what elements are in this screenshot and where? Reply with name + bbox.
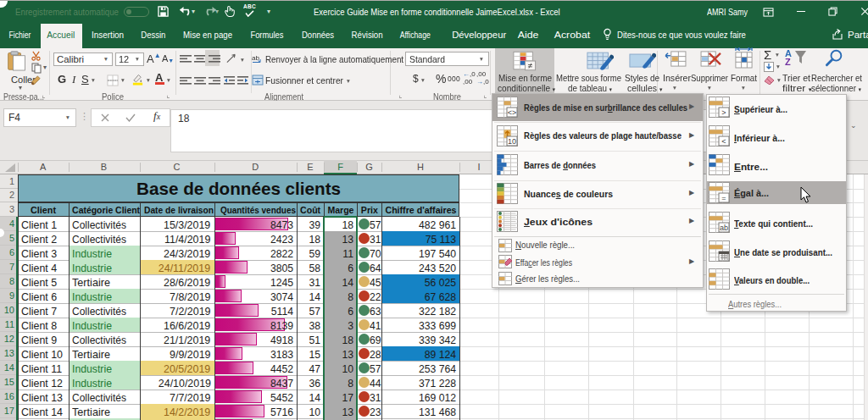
svg-text:<: <: [721, 137, 726, 146]
svg-text:≠: ≠: [528, 61, 533, 70]
svg-text:ab: ab: [720, 224, 728, 232]
svg-text:>: >: [721, 108, 726, 117]
svg-text:10: 10: [508, 137, 516, 146]
svg-text:<>: <>: [508, 108, 517, 117]
svg-text:=: =: [721, 194, 726, 202]
